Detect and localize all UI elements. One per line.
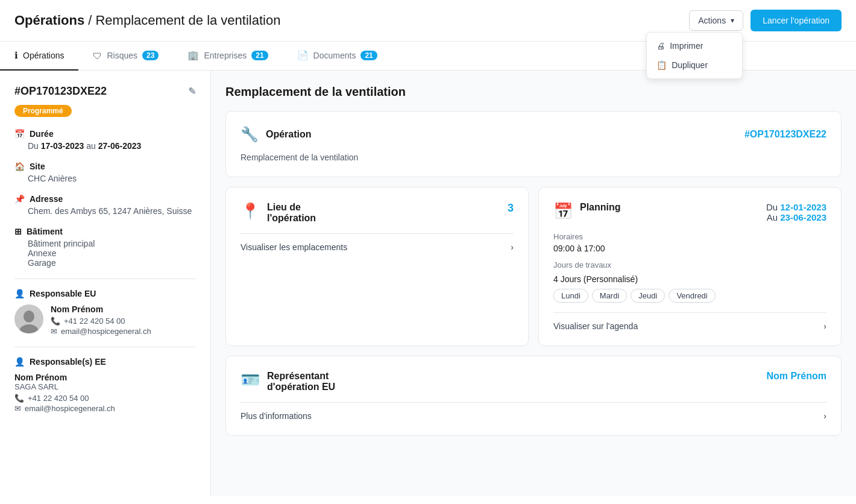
- card-id-icon: 🪪: [241, 371, 260, 389]
- building-item-3: Garage: [28, 258, 196, 268]
- planning-card-header: 📅 Planning Du 12-01-2023 Au 23-06-2023: [553, 202, 826, 222]
- tab-documents[interactable]: 📄 Documents 21: [283, 42, 392, 71]
- content-area: Remplacement de la ventilation 🔧 Opérati…: [211, 71, 856, 496]
- page-title: Opérations / Remplacement de la ventilat…: [14, 13, 280, 28]
- responsible-eu-person: Nom Prénom 📞 +41 22 420 54 00 ✉ email@ho…: [14, 304, 196, 337]
- representant-name: Nom Prénom: [766, 371, 826, 382]
- launch-operation-button[interactable]: Lancer l'opération: [751, 10, 842, 31]
- wrench-icon: 🔧: [241, 126, 259, 143]
- jour-lundi: Lundi: [553, 289, 588, 303]
- home-icon: 🏠: [14, 162, 25, 171]
- jours-count: 4 Jours (Personnalisé): [553, 274, 826, 284]
- jour-jeudi: Jeudi: [631, 289, 665, 303]
- operation-card-header: 🔧 Opération #OP170123DXE22: [241, 126, 826, 143]
- ee-phone: 📞 +41 22 420 54 00: [14, 394, 196, 403]
- tab-operations[interactable]: ℹ Opérations: [0, 42, 78, 71]
- planning-date-to: Au 23-06-2023: [766, 212, 826, 222]
- visualiser-emplacements-link[interactable]: Visualiser les emplacements ›: [241, 233, 514, 252]
- duration-value: Du 17-03-2023 au 27-06-2023: [14, 141, 196, 151]
- operation-card-title: Opération: [266, 129, 312, 140]
- ee-company: SAGA SARL: [14, 382, 196, 391]
- printer-icon: 🖨: [656, 41, 665, 51]
- main-layout: #OP170123DXE22 ✎ Programmé 📅 Durée Du 17…: [0, 71, 856, 496]
- duration-section: 📅 Durée Du 17-03-2023 au 27-06-2023: [14, 129, 196, 151]
- op-id-text: #OP170123DXE22: [14, 85, 107, 98]
- breadcrumb-operation-name: Remplacement de la ventilation: [95, 13, 280, 28]
- print-label: Imprimer: [670, 41, 703, 51]
- email-ee-icon: ✉: [14, 404, 21, 413]
- planning-card-title: Planning: [580, 202, 621, 213]
- chevron-right-agenda-icon: ›: [823, 321, 826, 331]
- user-eu-icon: 👤: [14, 289, 25, 298]
- address-label: 📌 Adresse: [14, 194, 196, 204]
- visualiser-agenda-link[interactable]: Visualiser sur l'agenda ›: [553, 312, 826, 331]
- horaires-label: Horaires: [553, 232, 826, 241]
- building-small-icon: ⊞: [14, 227, 22, 236]
- eu-phone: 📞 +41 22 420 54 00: [51, 317, 196, 326]
- location-card: 📍 Lieu de l'opération 3 Visualiser les e…: [225, 187, 529, 346]
- actions-label: Actions: [698, 16, 726, 25]
- chevron-down-icon: ▾: [731, 16, 734, 25]
- user-ee-icon: 👤: [14, 357, 25, 367]
- status-badge: Programmé: [14, 105, 72, 117]
- tab-operations-label: Opérations: [23, 51, 64, 60]
- calendar-planning-icon: 📅: [553, 202, 573, 221]
- building-item-1: Bâtiment principal: [28, 239, 196, 248]
- jour-mardi: Mardi: [592, 289, 628, 303]
- shield-icon: 🛡: [93, 51, 102, 61]
- jours-section: Jours de travaux 4 Jours (Personnalisé) …: [553, 260, 826, 303]
- phone-ee-icon: 📞: [14, 394, 24, 403]
- plus-informations-link[interactable]: Plus d'informations ›: [241, 402, 826, 421]
- responsible-ee-section: 👤 Responsable(s) EE Nom Prénom SAGA SARL…: [14, 357, 196, 413]
- eu-email: ✉ email@hospicegeneral.ch: [51, 327, 196, 336]
- entreprises-badge: 21: [251, 51, 268, 60]
- print-menu-item[interactable]: 🖨 Imprimer: [647, 36, 742, 55]
- jour-vendredi: Vendredi: [669, 289, 715, 303]
- responsible-eu-section: 👤 Responsable EU Nom Prénom 📞 +41 22 420…: [14, 289, 196, 337]
- eu-person-info: Nom Prénom 📞 +41 22 420 54 00 ✉ email@ho…: [51, 304, 196, 337]
- jours-tags: Lundi Mardi Jeudi Vendredi: [553, 289, 826, 303]
- building-section: ⊞ Bâtiment Bâtiment principal Annexe Gar…: [14, 227, 196, 268]
- representant-card: 🪪 Représentant d'opération EU Nom Prénom…: [225, 356, 842, 436]
- tab-entreprises[interactable]: 🏢 Entreprises 21: [173, 42, 282, 71]
- documents-badge: 21: [360, 51, 377, 60]
- duplicate-menu-item[interactable]: 📋 Dupliquer: [647, 55, 742, 75]
- breadcrumb-operations[interactable]: Opérations: [14, 13, 84, 28]
- planning-date-from: Du 12-01-2023: [766, 202, 826, 212]
- jours-label: Jours de travaux: [553, 260, 826, 269]
- email-icon: ✉: [51, 327, 57, 336]
- site-section: 🏠 Site CHC Anières: [14, 162, 196, 183]
- duration-label: 📅 Durée: [14, 129, 196, 139]
- tab-entreprises-label: Entreprises: [204, 51, 247, 60]
- chevron-right-rep-icon: ›: [823, 411, 826, 421]
- header: Opérations / Remplacement de la ventilat…: [0, 0, 856, 42]
- location-card-title: Lieu de l'opération: [267, 202, 316, 224]
- actions-dropdown[interactable]: Actions ▾ 🖨 Imprimer 📋 Dupliquer: [689, 10, 743, 31]
- building-label: ⊞ Bâtiment: [14, 227, 196, 236]
- chevron-right-icon: ›: [511, 242, 514, 252]
- edit-icon[interactable]: ✎: [188, 86, 196, 97]
- operation-card-id: #OP170123DXE22: [744, 129, 826, 140]
- responsible-eu-title: 👤 Responsable EU: [14, 289, 196, 298]
- tab-risques[interactable]: 🛡 Risques 23: [78, 42, 173, 71]
- actions-menu: 🖨 Imprimer 📋 Dupliquer: [646, 32, 743, 79]
- sidebar-divider-1: [14, 279, 196, 279]
- operation-card: 🔧 Opération #OP170123DXE22 Remplacement …: [225, 111, 842, 177]
- operation-id: #OP170123DXE22 ✎: [14, 85, 196, 98]
- ee-email: ✉ email@hospicegeneral.ch: [14, 404, 196, 413]
- horaires-time: 09:00 à 17:00: [553, 244, 826, 253]
- calendar-icon: 📅: [14, 129, 25, 139]
- operation-card-description: Remplacement de la ventilation: [241, 153, 826, 162]
- address-value: Chem. des Ambys 65, 1247 Anières, Suisse: [14, 206, 196, 216]
- planning-dates: Du 12-01-2023 Au 23-06-2023: [766, 202, 826, 222]
- planning-card: 📅 Planning Du 12-01-2023 Au 23-06-2023: [538, 187, 842, 346]
- ee-person: Nom Prénom SAGA SARL 📞 +41 22 420 54 00 …: [14, 373, 196, 413]
- risques-badge: 23: [142, 51, 159, 60]
- representant-card-title: Représentant d'opération EU: [267, 371, 335, 392]
- building-values: Bâtiment principal Annexe Garage: [14, 239, 196, 268]
- address-icon: 📌: [14, 194, 25, 204]
- representant-card-header: 🪪 Représentant d'opération EU Nom Prénom: [241, 371, 826, 392]
- building-item-2: Annexe: [28, 248, 196, 258]
- copy-icon: 📋: [656, 60, 667, 70]
- horaires-section: Horaires 09:00 à 17:00: [553, 232, 826, 253]
